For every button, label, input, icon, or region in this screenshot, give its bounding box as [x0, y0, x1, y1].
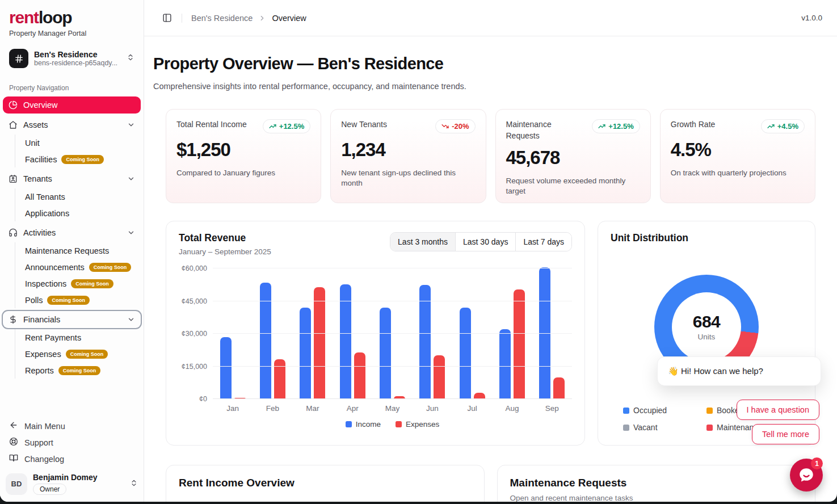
gridline — [213, 366, 572, 367]
contact-icon — [9, 174, 18, 183]
sidebar-footer-support[interactable]: Support — [9, 434, 134, 451]
footer-item-label: Support — [24, 438, 53, 447]
user-meta: Benjamin Domey Owner — [33, 473, 124, 495]
nav-children-financials: Rent PaymentsExpensesComing SoonReportsC… — [15, 329, 141, 379]
x-tick-label: Jan — [213, 404, 253, 413]
sidebar: rentloop Property Manager Portal Ben's R… — [0, 0, 144, 502]
coming-soon-badge: Coming Soon — [66, 350, 108, 359]
bar-expenses-apr — [354, 352, 365, 399]
sidebar-nav: OverviewAssetsUnitFacilitiesComing SoonT… — [0, 95, 144, 414]
property-selector[interactable]: Ben's Residence bens-residence-p65aqdy..… — [6, 47, 138, 70]
unit-distribution-title: Unit Distribution — [611, 232, 802, 244]
nav-group-tenants: TenantsAll TenantsApplications — [3, 170, 141, 221]
bar-expenses-aug — [514, 289, 525, 399]
gridline — [213, 301, 572, 301]
nav-group-activities: ActivitiesMaintenance RequestsAnnounceme… — [3, 224, 141, 308]
range-tabs: Last 3 monthsLast 30 daysLast 7 days — [390, 232, 572, 251]
footer-item-label: Main Menu — [24, 422, 65, 431]
sidebar-subitem-expenses[interactable]: ExpensesComing Soon — [23, 346, 141, 362]
sidebar-footer-main-menu[interactable]: Main Menu — [9, 418, 134, 434]
screen: rentloop Property Manager Portal Ben's R… — [0, 0, 837, 504]
property-slug: bens-residence-p65aqdy... — [34, 59, 121, 67]
unit-legend-item-vacant: Vacant — [623, 423, 706, 432]
chat-bubble-icon — [798, 467, 815, 484]
legend-label: Occupied — [633, 406, 667, 415]
sidebar-subitem-label: Expenses — [25, 350, 61, 359]
sidebar-item-financials[interactable]: Financials — [3, 311, 141, 328]
donut-total-label: Units — [698, 333, 716, 341]
chevron-down-icon — [127, 121, 135, 129]
total-revenue-card: Total Revenue January – September 2025 L… — [166, 221, 585, 446]
stat-trend-badge: +4.5% — [761, 119, 805, 133]
sidebar-item-label: Assets — [23, 120, 121, 129]
stat-value: 45,678 — [506, 147, 640, 169]
nav-group-financials: FinancialsRent PaymentsExpensesComing So… — [3, 311, 141, 379]
sidebar-item-tenants[interactable]: Tenants — [3, 170, 141, 187]
x-tick-label: Jul — [452, 404, 492, 413]
sidebar-subitem-all-tenants[interactable]: All Tenants — [23, 188, 141, 205]
sidebar-subitem-inspections[interactable]: InspectionsComing Soon — [23, 275, 141, 292]
sidebar-footer-changelog[interactable]: Changelog — [9, 451, 134, 467]
coming-soon-badge: Coming Soon — [58, 366, 101, 375]
sidebar-subitem-maintenance-requests[interactable]: Maintenance Requests — [23, 242, 141, 259]
x-tick-label: May — [372, 404, 412, 413]
sidebar-item-label: Overview — [23, 100, 135, 110]
bar-expenses-jun — [434, 355, 445, 399]
sidebar-subitem-polls[interactable]: PollsComing Soon — [23, 292, 141, 308]
trending-up-icon — [269, 123, 276, 130]
sidebar-subitem-facilities[interactable]: FacilitiesComing Soon — [23, 151, 141, 167]
y-tick-label: ¢30,000 — [182, 330, 207, 338]
life-buoy-icon — [9, 437, 18, 448]
stat-trend-value: +4.5% — [777, 122, 798, 131]
x-tick-label: Apr — [333, 404, 372, 413]
sidebar-subitem-announcements[interactable]: AnnouncementsComing Soon — [23, 259, 141, 275]
donut-center: 684 Units — [672, 292, 741, 362]
range-tab-last-3-months[interactable]: Last 3 months — [390, 233, 455, 251]
legend-swatch — [346, 421, 352, 427]
sidebar-subitem-rent-payments[interactable]: Rent Payments — [23, 329, 141, 346]
charts-row: Total Revenue January – September 2025 L… — [166, 221, 815, 446]
stat-label: Growth Rate — [671, 119, 716, 131]
property-meta: Ben's Residence bens-residence-p65aqdy..… — [34, 50, 121, 67]
x-tick-label: Mar — [293, 404, 333, 413]
property-name: Ben's Residence — [34, 50, 121, 59]
bar-group-jan — [213, 268, 253, 399]
chevron-right-icon — [258, 14, 266, 22]
sidebar-item-activities[interactable]: Activities — [3, 224, 141, 241]
sidebar-subitem-unit[interactable]: Unit — [23, 135, 141, 151]
legend-swatch — [706, 408, 713, 414]
headphones-icon — [9, 228, 18, 237]
range-tab-last-30-days[interactable]: Last 30 days — [455, 233, 515, 251]
y-tick-label: ¢45,000 — [182, 297, 207, 305]
bar-income-jan — [220, 337, 232, 399]
y-tick-label: ¢0 — [199, 395, 207, 403]
sidebar-item-overview[interactable]: Overview — [3, 96, 141, 114]
page-content: Property Overview — Ben's Residence Comp… — [144, 36, 837, 502]
bar-group-feb — [253, 268, 292, 399]
chevron-down-icon — [127, 229, 135, 237]
chat-tellme-button[interactable]: Tell me more — [752, 424, 819, 444]
stat-description: New tenant sign-ups declined this month — [341, 168, 475, 188]
sidebar-item-assets[interactable]: Assets — [3, 116, 141, 133]
revenue-header: Total Revenue January – September 2025 L… — [179, 232, 572, 256]
unit-legend-item-occupied: Occupied — [623, 406, 706, 415]
user-menu[interactable]: BD Benjamin Domey Owner — [6, 473, 138, 495]
chat-greeting-bubble[interactable]: 👋 Hi! How can we help? — [657, 356, 821, 386]
arrow-left-icon — [9, 421, 18, 431]
bar-group-apr — [333, 268, 372, 399]
y-tick-label: ¢15,000 — [182, 363, 207, 371]
gridline — [213, 333, 572, 334]
legend-swatch — [623, 408, 629, 414]
rent-income-overview-title: Rent Income Overview — [179, 477, 472, 489]
sidebar-subitem-applications[interactable]: Applications — [23, 205, 141, 221]
breadcrumb-property[interactable]: Ben's Residence — [191, 14, 253, 23]
bar-income-jun — [419, 285, 431, 399]
trending-up-icon — [767, 123, 775, 130]
chat-question-button[interactable]: I have a question — [737, 400, 819, 420]
sidebar-subitem-reports[interactable]: ReportsComing Soon — [23, 362, 141, 379]
range-tab-last-7-days[interactable]: Last 7 days — [515, 233, 571, 251]
sidebar-item-label: Tenants — [23, 174, 121, 183]
sidebar-toggle-button[interactable] — [159, 10, 175, 26]
nav-group-overview: Overview — [3, 96, 141, 114]
sidebar-subitem-label: Rent Payments — [25, 333, 81, 342]
